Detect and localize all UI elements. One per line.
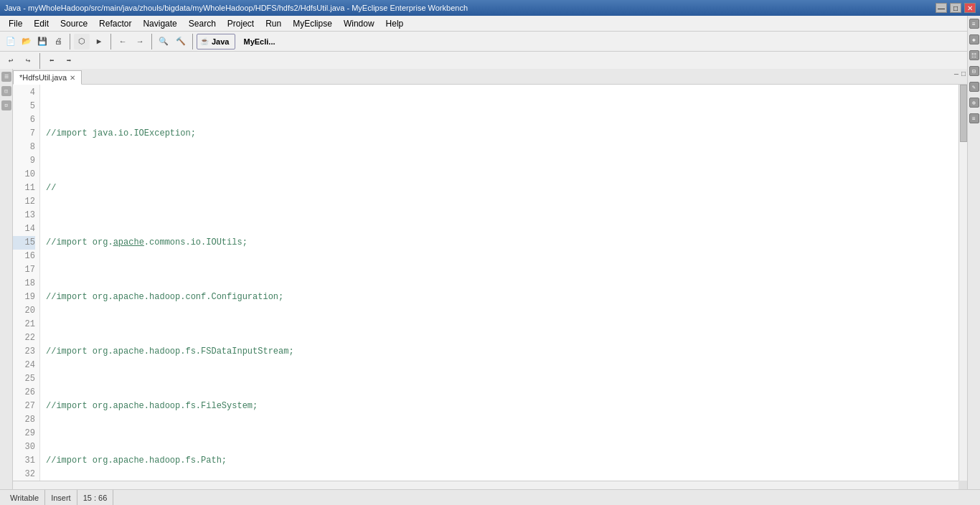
rs-icon-1[interactable]: ≡ [969, 19, 979, 29]
writable-label: Writable [10, 494, 39, 502]
rs-icon-4[interactable]: ⊟ [969, 66, 979, 76]
ln-5: 5 [13, 100, 35, 113]
menu-search[interactable]: Search [183, 17, 222, 30]
tab-hdfsutil[interactable]: *HdfsUtil.java ✕ [13, 70, 82, 85]
ln-14: 14 [13, 222, 35, 236]
ln-26: 26 [13, 386, 35, 400]
ln-8: 8 [13, 141, 35, 154]
separator-2 [110, 34, 111, 49]
menu-source[interactable]: Source [55, 17, 93, 30]
debug-button[interactable]: ⬡ [74, 34, 90, 49]
ln-6: 6 [13, 113, 35, 127]
forward-button[interactable]: → [132, 34, 148, 49]
new-button[interactable]: 📄 [3, 34, 19, 49]
ln-10: 10 [13, 168, 35, 181]
ln-24: 24 [13, 359, 35, 372]
ln-21: 21 [13, 318, 35, 331]
ls-icon-3[interactable]: ⊡ [1, 100, 11, 110]
rs-icon-6[interactable]: ⊕ [969, 98, 979, 108]
ln-29: 29 [13, 427, 35, 440]
menu-project[interactable]: Project [222, 17, 260, 30]
insert-mode-label: Insert [51, 494, 71, 502]
ls-icon-1[interactable]: ☰ [1, 72, 11, 82]
status-position: 15 : 66 [77, 490, 114, 505]
myeclipse-perspective-label: MyEcli... [240, 37, 278, 46]
ln-18: 18 [13, 277, 35, 291]
ln-30: 30 [13, 440, 35, 454]
ln-16: 16 [13, 250, 35, 263]
run-button[interactable]: ▶ [91, 34, 107, 49]
tb2-btn4[interactable]: ➡ [61, 53, 77, 69]
ls-icon-2[interactable]: ◫ [1, 86, 11, 96]
ln-9: 9 [13, 154, 35, 168]
vertical-scrollbar-thumb[interactable] [960, 85, 967, 142]
ln-13: 13 [13, 209, 35, 222]
minimize-button[interactable]: — [936, 3, 947, 13]
separator-4 [192, 34, 193, 49]
title-bar: Java - myWholeHadoop/src/main/java/zhoul… [0, 0, 980, 16]
title-text: Java - myWholeHadoop/src/main/java/zhoul… [4, 4, 468, 12]
code-editor[interactable]: 4 5 6 7 8 9 10 11 12 13 14 15 16 17 18 1… [13, 85, 967, 489]
rs-icon-3[interactable]: ☷ [969, 50, 979, 60]
code-content[interactable]: //import java.io.IOException; // //impor… [40, 85, 967, 489]
print-button[interactable]: 🖨 [50, 34, 66, 49]
ln-31: 31 [13, 454, 35, 468]
menu-bar: File Edit Source Refactor Navigate Searc… [0, 16, 980, 32]
menu-help[interactable]: Help [380, 17, 410, 30]
tab-bar: *HdfsUtil.java ✕ — □ [13, 69, 967, 85]
restore-button[interactable]: □ [950, 3, 961, 13]
code-line-10: //import org.apache.hadoop.fs.Path; [46, 454, 961, 468]
menu-navigate[interactable]: Navigate [137, 17, 182, 30]
ln-23: 23 [13, 345, 35, 359]
tab-close-button[interactable]: ✕ [70, 74, 75, 82]
code-line-4: //import java.io.IOException; [46, 127, 961, 141]
separator-3 [151, 34, 152, 49]
tb2-btn1[interactable]: ↩ [3, 53, 19, 69]
title-bar-controls[interactable]: — □ ✕ [936, 3, 976, 13]
horizontal-scrollbar[interactable] [13, 481, 958, 489]
rs-icon-5[interactable]: ✎ [969, 82, 979, 92]
right-sidebar: ≡ ◈ ☷ ⊟ ✎ ⊕ ≡ [967, 16, 980, 505]
menu-file[interactable]: File [3, 17, 28, 30]
ln-20: 20 [13, 304, 35, 318]
left-sidebar: ☰ ◫ ⊡ [0, 69, 13, 489]
perspective-java[interactable]: ☕ Java [197, 34, 235, 49]
build-button[interactable]: 🔨 [173, 34, 189, 49]
menu-edit[interactable]: Edit [28, 17, 55, 30]
ln-17: 17 [13, 263, 35, 277]
save-button[interactable]: 💾 [34, 34, 50, 49]
tb2-btn2[interactable]: ↪ [20, 53, 36, 69]
perspective-myeclipse[interactable]: MyEcli... [237, 34, 281, 49]
back-button[interactable]: ← [115, 34, 131, 49]
code-line-7: //import org.apache.hadoop.conf.Configur… [46, 291, 961, 304]
tab-restore-controls[interactable]: — □ [954, 70, 966, 78]
minimize-editor-icon[interactable]: — [954, 70, 958, 78]
menu-myeclipse[interactable]: MyEclipse [287, 17, 338, 30]
ln-25: 25 [13, 372, 35, 386]
tb2-btn3[interactable]: ⬅ [44, 53, 60, 69]
search-button[interactable]: 🔍 [156, 34, 171, 49]
maximize-editor-icon[interactable]: □ [961, 70, 966, 78]
editor-container: *HdfsUtil.java ✕ — □ 4 5 6 7 8 9 10 11 1… [13, 69, 967, 489]
ln-12: 12 [13, 195, 35, 209]
position-label: 15 : 66 [83, 494, 108, 502]
vertical-scrollbar[interactable] [958, 85, 967, 481]
code-line-8: //import org.apache.hadoop.fs.FSDataInpu… [46, 345, 961, 359]
menu-window[interactable]: Window [338, 17, 380, 30]
rs-icon-2[interactable]: ◈ [969, 34, 979, 44]
rs-icon-7[interactable]: ≡ [969, 113, 979, 123]
separator-1 [70, 34, 70, 49]
ln-28: 28 [13, 413, 35, 427]
ln-4: 4 [13, 86, 35, 100]
status-writable: Writable [4, 490, 45, 505]
ln-11: 11 [13, 181, 35, 195]
open-button[interactable]: 📂 [19, 34, 34, 49]
code-line-9: //import org.apache.hadoop.fs.FileSystem… [46, 400, 961, 413]
close-button[interactable]: ✕ [964, 3, 976, 13]
status-insert: Insert [45, 490, 77, 505]
menu-run[interactable]: Run [260, 17, 287, 30]
ln-22: 22 [13, 331, 35, 345]
ln-27: 27 [13, 400, 35, 413]
menu-refactor[interactable]: Refactor [93, 17, 137, 30]
toolbar-secondary: ↩ ↪ ⬅ ➡ [0, 52, 980, 70]
